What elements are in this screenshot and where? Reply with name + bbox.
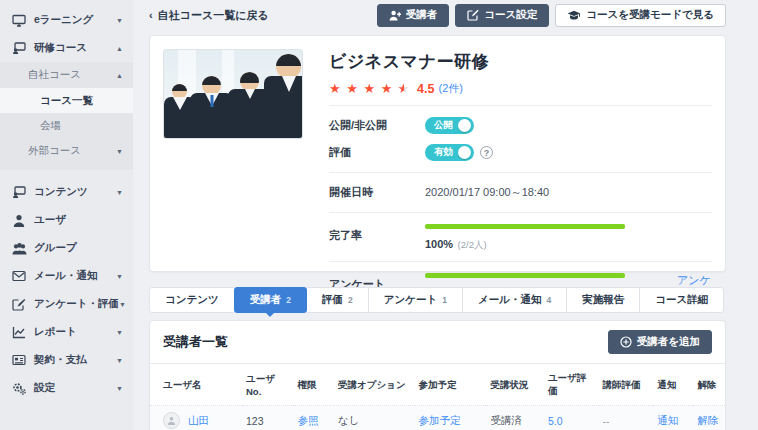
caret-down-icon: ▼ <box>116 357 123 364</box>
tab-contents[interactable]: コンテンツ <box>149 287 235 313</box>
sidebar-item-mail[interactable]: メール・通知 ▼ <box>0 262 133 290</box>
participants-table: ユーザ名 ユーザNo. 権限 受講オプション 参加予定 受講状況 ユーザ評価 講… <box>150 364 725 430</box>
remove-link[interactable]: 解除 <box>697 414 718 426</box>
sidebar-item-elearning[interactable]: eラーニング ▼ <box>0 6 133 34</box>
sidebar-item-groups[interactable]: グループ <box>0 234 133 262</box>
survey-icon <box>12 298 27 311</box>
group-icon <box>12 242 27 255</box>
caret-down-icon: ▼ <box>116 148 123 155</box>
user-name-link[interactable]: 山田 <box>188 414 209 428</box>
user-icon <box>12 214 27 227</box>
back-link[interactable]: ‹ 自社コース一覧に戻る <box>149 8 269 23</box>
completion-row: 完了率 100% (2/2人) <box>329 222 712 252</box>
half-star-icon: ★ <box>397 81 410 96</box>
permission-link[interactable]: 参照 <box>298 414 319 426</box>
visibility-row: 公開/非公開 公開 <box>329 115 712 136</box>
notify-link[interactable]: 通知 <box>657 414 678 426</box>
tab-participants[interactable]: 受講者2 <box>234 287 307 313</box>
caret-down-icon: ▼ <box>116 273 123 280</box>
caret-down-icon: ▼ <box>119 301 126 308</box>
caret-up-icon: ▲ <box>116 45 123 52</box>
main-content: ‹ 自社コース一覧に戻る 受講者 コース設定 コースを受講モードで見る <box>133 0 758 430</box>
schedule-row: 開催日時 2020/01/17 09:00～18:40 <box>329 182 712 203</box>
course-settings-button[interactable]: コース設定 <box>455 4 549 27</box>
user-rating-link[interactable]: 5.0 <box>548 415 563 427</box>
course-tabs: コンテンツ 受講者2 評価2 アンケート1 メール・通知4 実施報告 コース詳細 <box>149 287 724 313</box>
contents-icon <box>12 186 27 199</box>
topbar: ‹ 自社コース一覧に戻る 受講者 コース設定 コースを受講モードで見る <box>133 0 758 30</box>
schedule-value: 2020/01/17 09:00～18:40 <box>425 185 549 200</box>
sidebar-item-reports[interactable]: レポート ▼ <box>0 318 133 346</box>
sidebar-item-course-list[interactable]: コース一覧 <box>0 88 133 113</box>
graduation-cap-icon <box>567 10 581 21</box>
chevron-left-icon: ‹ <box>149 9 153 21</box>
view-course-mode-button[interactable]: コースを受講モードで見る <box>555 4 726 27</box>
sidebar-item-external-courses[interactable]: 外部コース ▼ <box>0 138 133 164</box>
sidebar-item-settings[interactable]: 設定 ▼ <box>0 374 133 402</box>
star-rating-icon: ★ ★ ★ ★ <box>329 81 393 96</box>
course-detail-card: ビジネスマナー研修 ★ ★ ★ ★★ 4.5 (2件) 公開/非公開 公開 評価… <box>149 35 726 272</box>
toggle-knob <box>458 119 471 132</box>
caret-up-icon: ▲ <box>116 72 123 79</box>
training-course-icon <box>12 42 27 55</box>
caret-down-icon: ▼ <box>116 17 123 24</box>
visibility-toggle[interactable]: 公開 <box>425 117 474 134</box>
table-row: 山田 123 参照 なし 参加予定 受講済 5.0 -- 通知 解除 <box>150 406 725 430</box>
toggle-knob <box>458 146 471 159</box>
sidebar: eラーニング ▼ 研修コース ▲ 自社コース ▲ コース一覧 会場 外部コース … <box>0 0 133 430</box>
avatar <box>163 412 180 429</box>
sidebar-item-users[interactable]: ユーザ <box>0 206 133 234</box>
attendance-plan-link[interactable]: 参加予定 <box>419 414 461 426</box>
rating-value: 4.5 <box>417 82 434 96</box>
settings-icon <box>12 382 27 395</box>
person-add-icon <box>389 10 401 21</box>
mail-icon <box>12 270 27 283</box>
tab-report[interactable]: 実施報告 <box>566 287 640 313</box>
course-image <box>163 49 303 139</box>
caret-down-icon: ▼ <box>116 385 123 392</box>
sidebar-submenu: 自社コース ▲ コース一覧 会場 外部コース ▼ <box>0 62 133 170</box>
course-title: ビジネスマナー研修 <box>329 49 712 73</box>
plus-circle-icon <box>620 336 632 348</box>
evaluation-toggle[interactable]: 有効 <box>425 144 474 161</box>
help-icon[interactable]: ? <box>480 146 493 159</box>
sidebar-item-own-courses[interactable]: 自社コース ▲ <box>0 62 133 88</box>
edit-icon <box>467 9 479 21</box>
sidebar-item-training-course[interactable]: 研修コース ▲ <box>0 34 133 62</box>
report-icon <box>12 326 27 339</box>
caret-down-icon: ▼ <box>116 329 123 336</box>
sidebar-item-survey[interactable]: アンケート・評価 ▼ <box>0 290 133 318</box>
monitor-icon <box>12 14 27 27</box>
tab-mail[interactable]: メール・通知4 <box>462 287 567 313</box>
tab-survey[interactable]: アンケート1 <box>368 287 463 313</box>
evaluation-row: 評価 有効 ? <box>329 142 712 163</box>
course-rating: ★ ★ ★ ★★ 4.5 (2件) <box>329 81 712 96</box>
sidebar-item-label: 研修コース <box>34 41 87 55</box>
participants-button[interactable]: 受講者 <box>377 4 450 27</box>
table-header-row: ユーザ名 ユーザNo. 権限 受講オプション 参加予定 受講状況 ユーザ評価 講… <box>150 364 725 406</box>
participants-card: 受講者一覧 受講者を追加 ユーザ名 ユーザNo. 権限 受講オプション 参加予定… <box>149 320 726 430</box>
sidebar-item-label: eラーニング <box>34 13 93 27</box>
sidebar-item-contents[interactable]: コンテンツ ▼ <box>0 178 133 206</box>
rating-count[interactable]: (2件) <box>439 81 463 96</box>
completion-progress-bar <box>425 224 625 229</box>
completion-detail: (2/2人) <box>458 239 487 250</box>
tab-evaluation[interactable]: 評価2 <box>306 287 369 313</box>
completion-percent: 100% <box>425 238 453 250</box>
add-participant-button[interactable]: 受講者を追加 <box>608 330 712 354</box>
contract-icon <box>12 354 27 367</box>
participants-title: 受講者一覧 <box>163 333 228 351</box>
sidebar-item-contract[interactable]: 契約・支払 ▼ <box>0 346 133 374</box>
tab-course-details[interactable]: コース詳細 <box>639 287 724 313</box>
caret-down-icon: ▼ <box>116 189 123 196</box>
survey-progress-bar <box>425 273 625 278</box>
sidebar-item-venue[interactable]: 会場 <box>0 113 133 138</box>
